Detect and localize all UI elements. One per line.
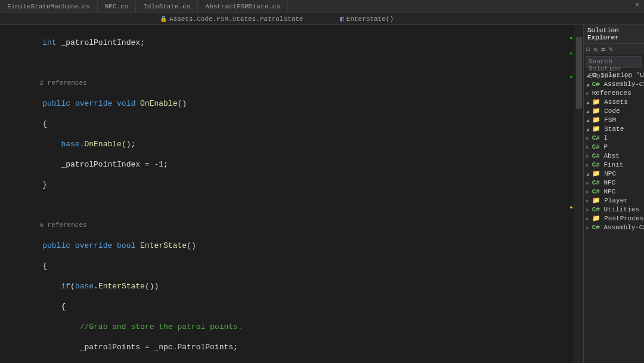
toolbar-properties-icon[interactable]: ✎ [609, 45, 613, 53]
sig-mods: public override bool [42, 241, 135, 250]
comment-grab: //Grab and store the patrol points. [80, 322, 243, 331]
assign-patrolpoints: _patrolPoints = _npc.PatrolPoints; [80, 343, 238, 352]
nav-breadcrumb-bar: Assets.Code.FSM.States.PatrolState ◧ Ent… [0, 13, 644, 25]
codelens-enterstate[interactable]: 6 references [24, 220, 583, 230]
tree-postprocess[interactable]: 📁 PostProcess [584, 214, 644, 223]
tab-abstractfsmstate[interactable]: AbstractFSMState.cs [198, 1, 287, 13]
tab-finitestatemachine[interactable]: FiniteStateMachine.cs [0, 1, 98, 13]
lock-icon [160, 16, 167, 23]
tree-player[interactable]: 📁 Player [584, 196, 644, 205]
tree-item-npc[interactable]: C# NPC [584, 179, 644, 187]
toolbar-home-icon[interactable]: ⌂ [586, 45, 590, 53]
kw-base: base [61, 140, 79, 149]
tree-references[interactable]: References [584, 89, 644, 98]
assign-index: _patrolPointIndex = [61, 160, 154, 169]
tabs-overflow-close-icon[interactable]: × [631, 1, 643, 10]
tree-item-finit[interactable]: C# Finit [584, 161, 644, 170]
tree-fsm[interactable]: 📁 FSM [584, 116, 644, 125]
num-minus1: -1 [154, 160, 163, 169]
solution-explorer-toolbar: ⌂ ↻ ⇄ ✎ [584, 44, 644, 54]
tab-npc[interactable]: NPC.cs [98, 1, 137, 13]
solution-explorer-title: Solution Explorer [584, 25, 644, 44]
tree-item[interactable]: C# P [584, 143, 644, 152]
codelens-onenable[interactable]: 2 references [24, 78, 583, 88]
method-icon: ◧ [340, 15, 344, 23]
tree-item-npc2[interactable]: C# NPC [584, 187, 644, 196]
tree-code[interactable]: 📁 Code [584, 107, 644, 116]
kw-int: int [42, 38, 56, 47]
breadcrumb-namespace[interactable]: Assets.Code.FSM.States.PatrolState [160, 16, 303, 23]
breadcrumb-member[interactable]: ◧ EnterState() [340, 15, 394, 23]
code-editor[interactable]: + int _patrolPointIndex; 2 references pu… [0, 25, 583, 363]
tree-state[interactable]: 📁 State [584, 125, 644, 134]
breadcrumb-namespace-text: Assets.Code.FSM.States.PatrolState [169, 16, 303, 23]
tree-solution[interactable]: ⧉ Solution 'Unity-FSM' [584, 71, 644, 80]
field-patrol-index: _patrolPointIndex; [61, 38, 144, 47]
solution-tree[interactable]: ⧉ Solution 'Unity-FSM' C# Assembly-CShar… [584, 70, 644, 233]
sig-mods: public override void [42, 99, 135, 108]
kw-base: base [75, 282, 94, 291]
toolbar-refresh-icon[interactable]: ↻ [594, 45, 598, 53]
solution-explorer-search[interactable]: Search Solution Explorer (C [586, 56, 642, 68]
tree-utilities[interactable]: C# Utilities [584, 205, 644, 214]
method-enterstate: EnterState [140, 241, 187, 250]
tree-npc-folder[interactable]: 📁 NPC [584, 170, 644, 179]
toolbar-sync-icon[interactable]: ⇄ [601, 45, 605, 53]
tree-assets[interactable]: 📁 Assets [584, 98, 644, 107]
tree-project[interactable]: C# Assembly-CSharp [584, 80, 644, 89]
tree-item[interactable]: C# I [584, 134, 644, 143]
tree-project2[interactable]: C# Assembly-CSharp [584, 223, 644, 232]
main-area: + int _patrolPointIndex; 2 references pu… [0, 25, 644, 363]
tab-idlestate[interactable]: IdleState.cs [136, 1, 198, 13]
document-tab-bar: FiniteStateMachine.cs NPC.cs IdleState.c… [0, 0, 644, 13]
solution-explorer-panel: Solution Explorer ⌂ ↻ ⇄ ✎ Search Solutio… [583, 25, 644, 363]
breadcrumb-member-text: EnterState() [346, 16, 394, 23]
tree-item-abst[interactable]: C# Abst [584, 152, 644, 161]
call-onenable: OnEnable [84, 140, 121, 149]
call-enterstate: EnterState [98, 282, 145, 291]
method-onenable: OnEnable [140, 99, 177, 108]
code-text[interactable]: int _patrolPointIndex; 2 references publ… [24, 25, 583, 363]
code-editor-container: + int _patrolPointIndex; 2 references pu… [0, 25, 583, 363]
